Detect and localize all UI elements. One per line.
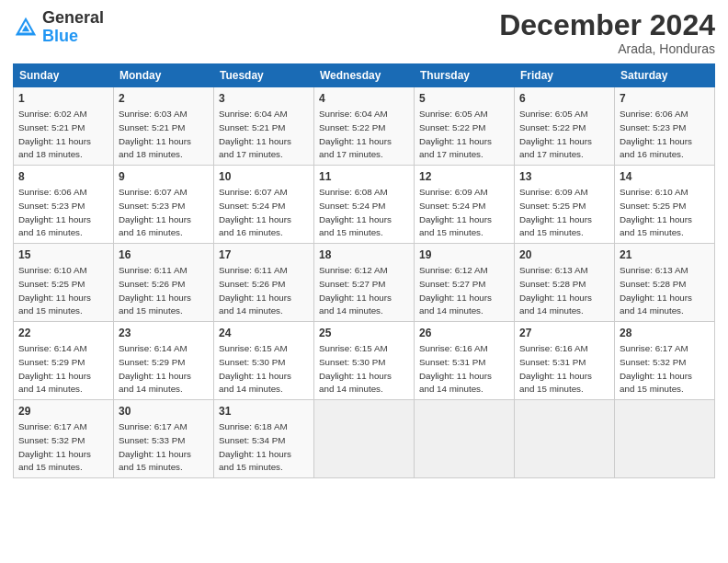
table-row: 11 Sunrise: 6:08 AMSunset: 5:24 PMDaylig… xyxy=(314,166,415,244)
day-detail: Sunrise: 6:15 AMSunset: 5:30 PMDaylight:… xyxy=(219,343,291,394)
day-detail: Sunrise: 6:14 AMSunset: 5:29 PMDaylight:… xyxy=(18,343,91,394)
day-number: 23 xyxy=(119,326,209,340)
day-number: 20 xyxy=(519,247,609,262)
day-number: 31 xyxy=(219,404,309,419)
table-row: 28 Sunrise: 6:17 AMSunset: 5:32 PMDaylig… xyxy=(615,322,715,400)
table-row: 31 Sunrise: 6:18 AMSunset: 5:34 PMDaylig… xyxy=(214,400,314,478)
day-number: 3 xyxy=(219,91,309,106)
day-number: 19 xyxy=(419,247,509,262)
table-row: 14 Sunrise: 6:10 AMSunset: 5:25 PMDaylig… xyxy=(615,166,715,244)
day-number: 15 xyxy=(18,247,108,262)
day-detail: Sunrise: 6:11 AMSunset: 5:26 PMDaylight:… xyxy=(119,265,191,316)
day-number: 4 xyxy=(319,91,409,106)
day-number: 16 xyxy=(119,247,209,262)
table-row: 26 Sunrise: 6:16 AMSunset: 5:31 PMDaylig… xyxy=(415,322,515,400)
table-row: 20 Sunrise: 6:13 AMSunset: 5:28 PMDaylig… xyxy=(515,244,615,322)
day-number: 10 xyxy=(219,169,309,184)
day-detail: Sunrise: 6:14 AMSunset: 5:29 PMDaylight:… xyxy=(119,343,191,394)
table-row: 13 Sunrise: 6:09 AMSunset: 5:25 PMDaylig… xyxy=(515,166,615,244)
table-row: 16 Sunrise: 6:11 AMSunset: 5:26 PMDaylig… xyxy=(114,244,214,322)
day-detail: Sunrise: 6:03 AMSunset: 5:21 PMDaylight:… xyxy=(119,109,191,159)
table-row: 15 Sunrise: 6:10 AMSunset: 5:25 PMDaylig… xyxy=(14,244,114,322)
header: General Blue December 2024 Arada, Hondur… xyxy=(13,9,715,56)
day-number: 22 xyxy=(18,326,108,340)
table-row: 27 Sunrise: 6:16 AMSunset: 5:31 PMDaylig… xyxy=(515,322,615,400)
table-row: 6 Sunrise: 6:05 AMSunset: 5:22 PMDayligh… xyxy=(515,87,615,166)
table-row: 30 Sunrise: 6:17 AMSunset: 5:33 PMDaylig… xyxy=(114,400,214,478)
logo: General Blue xyxy=(13,9,104,46)
table-row: 8 Sunrise: 6:06 AMSunset: 5:23 PMDayligh… xyxy=(14,166,114,244)
day-number: 7 xyxy=(620,91,710,106)
col-thursday: Thursday xyxy=(415,64,515,87)
day-detail: Sunrise: 6:16 AMSunset: 5:31 PMDaylight:… xyxy=(519,343,592,394)
day-number: 17 xyxy=(219,247,309,262)
month-title: December 2024 xyxy=(499,9,715,41)
table-row: 19 Sunrise: 6:12 AMSunset: 5:27 PMDaylig… xyxy=(415,244,515,322)
day-number: 18 xyxy=(319,247,409,262)
table-row: 1 Sunrise: 6:02 AMSunset: 5:21 PMDayligh… xyxy=(14,87,114,166)
day-number: 11 xyxy=(319,169,409,184)
day-detail: Sunrise: 6:15 AMSunset: 5:30 PMDaylight:… xyxy=(319,343,392,394)
day-detail: Sunrise: 6:16 AMSunset: 5:31 PMDaylight:… xyxy=(419,343,492,394)
table-row: 17 Sunrise: 6:11 AMSunset: 5:26 PMDaylig… xyxy=(214,244,314,322)
day-detail: Sunrise: 6:10 AMSunset: 5:25 PMDaylight:… xyxy=(620,187,692,237)
calendar-week-5: 29 Sunrise: 6:17 AMSunset: 5:32 PMDaylig… xyxy=(14,400,715,478)
calendar-week-4: 22 Sunrise: 6:14 AMSunset: 5:29 PMDaylig… xyxy=(14,322,715,400)
day-number: 14 xyxy=(620,169,710,184)
logo-general-text: General xyxy=(42,8,104,27)
col-wednesday: Wednesday xyxy=(314,64,415,87)
day-number: 8 xyxy=(18,169,108,184)
table-row: 12 Sunrise: 6:09 AMSunset: 5:24 PMDaylig… xyxy=(415,166,515,244)
day-number: 6 xyxy=(519,91,609,106)
day-detail: Sunrise: 6:17 AMSunset: 5:32 PMDaylight:… xyxy=(18,421,91,472)
day-detail: Sunrise: 6:17 AMSunset: 5:33 PMDaylight:… xyxy=(119,421,191,472)
calendar: Sunday Monday Tuesday Wednesday Thursday… xyxy=(13,63,715,478)
table-row xyxy=(515,400,615,478)
day-number: 26 xyxy=(419,326,509,340)
day-detail: Sunrise: 6:12 AMSunset: 5:27 PMDaylight:… xyxy=(419,265,492,316)
col-saturday: Saturday xyxy=(615,64,715,87)
day-detail: Sunrise: 6:04 AMSunset: 5:22 PMDaylight:… xyxy=(319,109,392,159)
col-monday: Monday xyxy=(114,64,214,87)
day-detail: Sunrise: 6:05 AMSunset: 5:22 PMDaylight:… xyxy=(419,109,492,159)
day-number: 25 xyxy=(319,326,409,340)
logo-blue-text: Blue xyxy=(42,27,78,45)
table-row: 24 Sunrise: 6:15 AMSunset: 5:30 PMDaylig… xyxy=(214,322,314,400)
day-detail: Sunrise: 6:06 AMSunset: 5:23 PMDaylight:… xyxy=(620,109,692,159)
calendar-week-3: 15 Sunrise: 6:10 AMSunset: 5:25 PMDaylig… xyxy=(14,244,715,322)
table-row: 2 Sunrise: 6:03 AMSunset: 5:21 PMDayligh… xyxy=(114,87,214,166)
logo-icon xyxy=(13,15,39,40)
day-detail: Sunrise: 6:12 AMSunset: 5:27 PMDaylight:… xyxy=(319,265,392,316)
calendar-header-row: Sunday Monday Tuesday Wednesday Thursday… xyxy=(14,64,715,87)
table-row: 5 Sunrise: 6:05 AMSunset: 5:22 PMDayligh… xyxy=(415,87,515,166)
col-sunday: Sunday xyxy=(14,64,114,87)
table-row: 10 Sunrise: 6:07 AMSunset: 5:24 PMDaylig… xyxy=(214,166,314,244)
day-number: 29 xyxy=(18,404,108,419)
table-row: 9 Sunrise: 6:07 AMSunset: 5:23 PMDayligh… xyxy=(114,166,214,244)
table-row xyxy=(615,400,715,478)
day-detail: Sunrise: 6:09 AMSunset: 5:24 PMDaylight:… xyxy=(419,187,492,237)
day-number: 21 xyxy=(620,247,710,262)
title-block: December 2024 Arada, Honduras xyxy=(499,9,715,56)
day-detail: Sunrise: 6:13 AMSunset: 5:28 PMDaylight:… xyxy=(519,265,592,316)
day-number: 27 xyxy=(519,326,609,340)
day-number: 30 xyxy=(119,404,209,419)
table-row xyxy=(415,400,515,478)
day-number: 9 xyxy=(119,169,209,184)
day-number: 1 xyxy=(18,91,108,106)
day-detail: Sunrise: 6:02 AMSunset: 5:21 PMDaylight:… xyxy=(18,109,91,159)
calendar-week-2: 8 Sunrise: 6:06 AMSunset: 5:23 PMDayligh… xyxy=(14,166,715,244)
table-row: 21 Sunrise: 6:13 AMSunset: 5:28 PMDaylig… xyxy=(615,244,715,322)
table-row: 3 Sunrise: 6:04 AMSunset: 5:21 PMDayligh… xyxy=(214,87,314,166)
table-row: 7 Sunrise: 6:06 AMSunset: 5:23 PMDayligh… xyxy=(615,87,715,166)
day-detail: Sunrise: 6:06 AMSunset: 5:23 PMDaylight:… xyxy=(18,187,91,237)
day-number: 28 xyxy=(620,326,710,340)
day-detail: Sunrise: 6:05 AMSunset: 5:22 PMDaylight:… xyxy=(519,109,592,159)
calendar-week-1: 1 Sunrise: 6:02 AMSunset: 5:21 PMDayligh… xyxy=(14,87,715,166)
col-tuesday: Tuesday xyxy=(214,64,314,87)
day-number: 13 xyxy=(519,169,609,184)
day-detail: Sunrise: 6:09 AMSunset: 5:25 PMDaylight:… xyxy=(519,187,592,237)
day-detail: Sunrise: 6:10 AMSunset: 5:25 PMDaylight:… xyxy=(18,265,91,316)
table-row xyxy=(314,400,415,478)
day-detail: Sunrise: 6:08 AMSunset: 5:24 PMDaylight:… xyxy=(319,187,392,237)
